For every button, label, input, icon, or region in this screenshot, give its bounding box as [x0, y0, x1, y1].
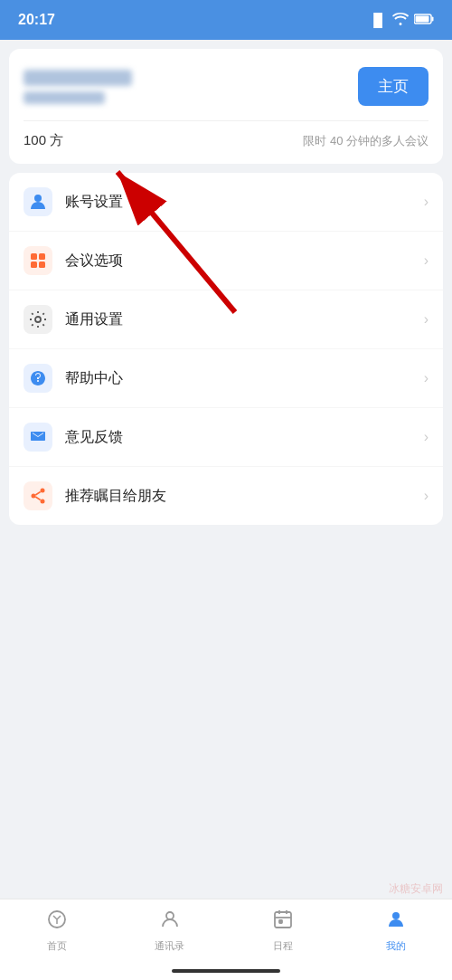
menu-item-help[interactable]: 帮助中心 ›: [9, 349, 443, 408]
profile-card: 主页 100 方 限时 40 分钟的多人会议: [9, 49, 443, 164]
home-nav-icon: [46, 909, 68, 936]
wifi-icon: [392, 13, 409, 28]
home-indicator: [172, 969, 280, 973]
menu-item-share[interactable]: 推荐瞩目给朋友 ›: [9, 467, 443, 525]
battery-icon: [414, 13, 434, 27]
nav-item-contacts[interactable]: 通讯录: [113, 899, 226, 962]
signal-icon: ▐▌: [369, 13, 387, 27]
svg-rect-6: [31, 262, 37, 268]
menu-section: 账号设置 › 会议选项 › 通用设置 ›: [9, 173, 443, 525]
svg-point-3: [34, 195, 42, 202]
meeting-icon: [24, 246, 52, 275]
profile-top: 主页: [24, 67, 428, 106]
svg-point-8: [35, 317, 41, 322]
svg-rect-5: [39, 253, 45, 260]
arrow-icon-general: ›: [424, 311, 428, 328]
svg-line-12: [35, 492, 40, 496]
svg-rect-2: [416, 16, 429, 23]
svg-line-13: [35, 497, 40, 500]
arrow-icon-help: ›: [424, 370, 428, 386]
profile-id-blur: [24, 91, 105, 104]
nav-label-contacts: 通讯录: [155, 939, 184, 953]
menu-label-meeting: 会议选项: [65, 252, 424, 271]
home-button[interactable]: 主页: [358, 67, 428, 106]
profile-info: [24, 70, 132, 104]
watermark: 冰糖安卓网: [389, 881, 443, 897]
status-time: 20:17: [18, 12, 55, 28]
arrow-icon-share: ›: [424, 488, 428, 504]
menu-label-feedback: 意见反馈: [65, 428, 424, 447]
contacts-nav-icon: [159, 909, 181, 936]
svg-point-11: [41, 500, 45, 504]
nav-label-schedule: 日程: [273, 939, 293, 953]
svg-rect-18: [275, 912, 291, 928]
profile-description: 限时 40 分钟的多人会议: [303, 133, 428, 149]
menu-label-general: 通用设置: [65, 310, 424, 329]
feedback-icon: [24, 423, 52, 452]
menu-item-account[interactable]: 账号设置 ›: [9, 173, 443, 232]
svg-point-10: [32, 494, 36, 499]
profile-count: 100 方: [24, 132, 63, 149]
svg-rect-22: [279, 920, 282, 923]
help-icon: [24, 364, 52, 393]
menu-item-feedback[interactable]: 意见反馈 ›: [9, 408, 443, 467]
status-bar: 20:17 ▐▌: [0, 0, 452, 40]
svg-rect-7: [39, 262, 45, 268]
share-icon: [24, 481, 52, 510]
profile-name-blur: [24, 70, 132, 86]
schedule-nav-icon: [272, 909, 294, 936]
menu-label-help: 帮助中心: [65, 369, 424, 388]
mine-nav-icon: [385, 909, 407, 936]
status-icons: ▐▌: [369, 13, 434, 28]
svg-rect-1: [432, 17, 434, 22]
menu-label-share: 推荐瞩目给朋友: [65, 487, 424, 506]
nav-item-mine[interactable]: 我的: [339, 899, 452, 962]
nav-label-mine: 我的: [386, 939, 406, 953]
menu-item-general[interactable]: 通用设置 ›: [9, 290, 443, 349]
nav-label-home: 首页: [47, 939, 67, 953]
account-icon: [24, 187, 52, 216]
menu-item-meeting[interactable]: 会议选项 ›: [9, 232, 443, 290]
svg-point-23: [392, 912, 400, 919]
profile-bottom: 100 方 限时 40 分钟的多人会议: [24, 120, 428, 149]
menu-label-account: 账号设置: [65, 193, 424, 212]
nav-item-schedule[interactable]: 日程: [226, 899, 339, 962]
svg-rect-4: [31, 253, 37, 260]
svg-point-17: [166, 912, 174, 919]
arrow-icon-meeting: ›: [424, 252, 428, 269]
arrow-icon-account: ›: [424, 194, 428, 210]
general-icon: [24, 305, 52, 334]
nav-item-home[interactable]: 首页: [0, 899, 113, 962]
arrow-icon-feedback: ›: [424, 429, 428, 445]
bottom-nav: 首页 通讯录 日程 我的: [0, 899, 452, 980]
svg-point-9: [41, 489, 45, 493]
